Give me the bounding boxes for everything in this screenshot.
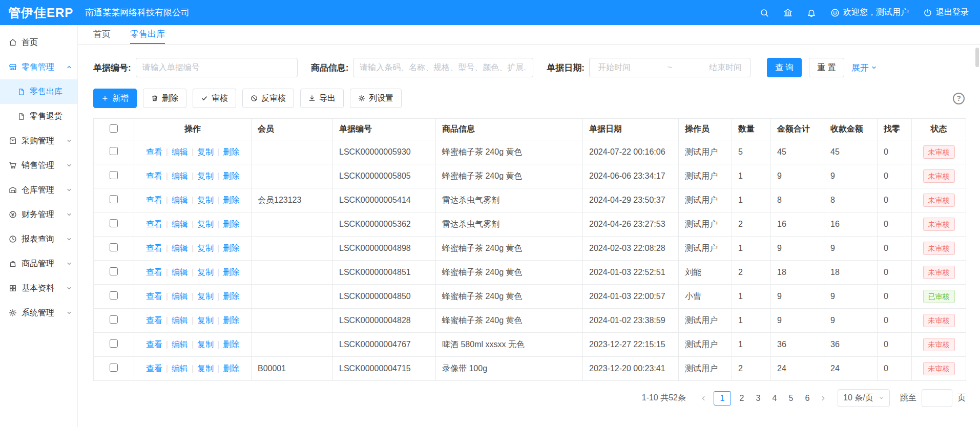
row-action-view[interactable]: 查看 bbox=[146, 147, 162, 156]
bell-icon[interactable] bbox=[807, 8, 816, 17]
row-action-view[interactable]: 查看 bbox=[146, 292, 162, 301]
chevron-left-icon[interactable] bbox=[698, 395, 708, 402]
row-action-copy[interactable]: 复制 bbox=[197, 364, 214, 373]
bill-no-input[interactable] bbox=[136, 58, 298, 77]
row-action-delete[interactable]: 删除 bbox=[223, 172, 239, 180]
cell-date: 2024-01-03 22:52:51 bbox=[583, 261, 679, 285]
page-number[interactable]: 5 bbox=[785, 391, 797, 405]
bank-icon[interactable] bbox=[783, 8, 793, 17]
row-action-view[interactable]: 查看 bbox=[146, 196, 162, 204]
chevron-right-icon[interactable] bbox=[818, 395, 828, 402]
column-settings-button[interactable]: 列设置 bbox=[350, 89, 402, 108]
page-number[interactable]: 4 bbox=[769, 391, 780, 405]
sidebar-item-home[interactable]: 首页 bbox=[0, 30, 77, 55]
sidebar-item-goods[interactable]: 商品管理 bbox=[0, 251, 77, 276]
row-action-copy[interactable]: 复制 bbox=[197, 196, 214, 204]
sidebar-item-reports[interactable]: 报表查询 bbox=[0, 227, 77, 251]
cell-bill_no: LSCK00000005805 bbox=[333, 164, 436, 188]
row-action-copy[interactable]: 复制 bbox=[197, 316, 214, 325]
row-action-view[interactable]: 查看 bbox=[146, 340, 162, 349]
row-checkbox[interactable] bbox=[110, 147, 118, 155]
row-action-copy[interactable]: 复制 bbox=[197, 147, 214, 156]
help-icon[interactable]: ? bbox=[953, 93, 965, 104]
sidebar-item-finance[interactable]: 财务管理 bbox=[0, 202, 77, 227]
jump-to-input[interactable] bbox=[922, 389, 952, 407]
row-action-edit[interactable]: 编辑 bbox=[172, 220, 188, 228]
row-action-edit[interactable]: 编辑 bbox=[172, 268, 188, 276]
product-info-input[interactable] bbox=[353, 58, 533, 77]
search-icon[interactable] bbox=[760, 8, 769, 17]
audit-button[interactable]: 审核 bbox=[193, 89, 236, 108]
page-size-select[interactable]: 10 条/页 bbox=[838, 389, 890, 407]
row-action-view[interactable]: 查看 bbox=[146, 268, 162, 276]
row-action-view[interactable]: 查看 bbox=[146, 172, 162, 180]
select-all-checkbox[interactable] bbox=[110, 124, 118, 133]
sidebar-item-system[interactable]: 系统管理 bbox=[0, 301, 77, 325]
row-action-delete[interactable]: 删除 bbox=[223, 196, 239, 204]
row-action-copy[interactable]: 复制 bbox=[197, 220, 214, 228]
row-action-copy[interactable]: 复制 bbox=[197, 172, 214, 180]
row-checkbox[interactable] bbox=[110, 219, 118, 227]
row-checkbox[interactable] bbox=[110, 195, 118, 203]
row-action-edit[interactable]: 编辑 bbox=[172, 316, 188, 325]
sidebar-item-basic[interactable]: 基本资料 bbox=[0, 276, 77, 301]
logout-button[interactable]: 退出登录 bbox=[923, 7, 969, 18]
sidebar-item-warehouse[interactable]: 仓库管理 bbox=[0, 178, 77, 202]
row-checkbox[interactable] bbox=[110, 291, 118, 300]
row-checkbox[interactable] bbox=[110, 364, 118, 372]
row-action-view[interactable]: 查看 bbox=[146, 364, 162, 373]
row-action-view[interactable]: 查看 bbox=[146, 244, 162, 252]
unaudit-button[interactable]: 反审核 bbox=[242, 89, 294, 108]
sidebar-item-retail-out[interactable]: 零售出库 bbox=[0, 79, 77, 104]
add-button[interactable]: 新增 bbox=[93, 89, 137, 108]
page-number[interactable]: 1 bbox=[714, 391, 731, 405]
row-action-edit[interactable]: 编辑 bbox=[172, 340, 188, 349]
row-action-delete[interactable]: 删除 bbox=[223, 147, 239, 156]
row-action-delete[interactable]: 删除 bbox=[223, 340, 239, 349]
row-action-delete[interactable]: 删除 bbox=[223, 220, 239, 228]
row-action-edit[interactable]: 编辑 bbox=[172, 244, 188, 252]
row-action-edit[interactable]: 编辑 bbox=[172, 147, 188, 156]
product-info-label: 商品信息: bbox=[311, 62, 349, 74]
row-action-copy[interactable]: 复制 bbox=[197, 292, 214, 301]
reset-button[interactable]: 重 置 bbox=[809, 58, 844, 77]
chevron-down-icon bbox=[66, 187, 72, 193]
sidebar-item-sales[interactable]: 销售管理 bbox=[0, 153, 77, 178]
action-separator: | bbox=[217, 292, 219, 301]
sidebar-item-retail-return[interactable]: 零售退货 bbox=[0, 104, 77, 129]
sidebar-item-retail[interactable]: 零售管理 bbox=[0, 55, 77, 79]
row-checkbox[interactable] bbox=[110, 243, 118, 251]
row-action-view[interactable]: 查看 bbox=[146, 316, 162, 325]
row-action-delete[interactable]: 删除 bbox=[223, 316, 239, 325]
welcome-user[interactable]: 欢迎您，测试用户 bbox=[830, 7, 909, 18]
page-number[interactable]: 2 bbox=[736, 391, 747, 405]
row-action-delete[interactable]: 删除 bbox=[223, 268, 239, 276]
tab-home[interactable]: 首页 bbox=[93, 25, 111, 44]
row-action-edit[interactable]: 编辑 bbox=[172, 364, 188, 373]
row-action-edit[interactable]: 编辑 bbox=[172, 292, 188, 301]
date-range-picker[interactable]: 开始时间 ~ 结束时间 bbox=[589, 58, 750, 77]
row-checkbox[interactable] bbox=[110, 171, 118, 179]
chevron-down-icon bbox=[66, 162, 72, 168]
expand-link[interactable]: 展开 bbox=[851, 62, 877, 74]
row-action-delete[interactable]: 删除 bbox=[223, 364, 239, 373]
row-checkbox[interactable] bbox=[110, 267, 118, 275]
row-action-copy[interactable]: 复制 bbox=[197, 268, 214, 276]
sidebar-item-purchase[interactable]: 采购管理 bbox=[0, 129, 77, 153]
row-checkbox[interactable] bbox=[110, 339, 118, 348]
scrollbar-thumb[interactable] bbox=[975, 48, 979, 67]
row-action-edit[interactable]: 编辑 bbox=[172, 172, 188, 180]
search-button[interactable]: 查 询 bbox=[767, 58, 802, 77]
page-number[interactable]: 3 bbox=[753, 391, 764, 405]
row-action-edit[interactable]: 编辑 bbox=[172, 196, 188, 204]
row-action-view[interactable]: 查看 bbox=[146, 220, 162, 228]
row-action-copy[interactable]: 复制 bbox=[197, 244, 214, 252]
delete-button[interactable]: 删除 bbox=[143, 89, 186, 108]
row-action-delete[interactable]: 删除 bbox=[223, 292, 239, 301]
row-checkbox[interactable] bbox=[110, 315, 118, 324]
export-button[interactable]: 导出 bbox=[300, 89, 344, 108]
row-action-delete[interactable]: 删除 bbox=[223, 244, 239, 252]
tab-retail-out[interactable]: 零售出库 bbox=[130, 25, 165, 44]
row-action-copy[interactable]: 复制 bbox=[197, 340, 214, 349]
page-number[interactable]: 6 bbox=[802, 391, 813, 405]
